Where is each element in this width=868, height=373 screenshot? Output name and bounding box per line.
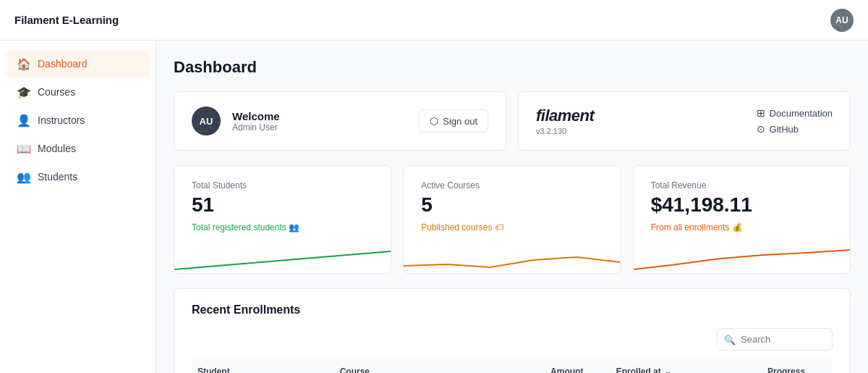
documentation-link[interactable]: ⊞ Documentation (757, 107, 833, 119)
top-header: Filament E-Learning AU (0, 0, 868, 41)
stat-label-courses: Active Courses (421, 180, 603, 190)
github-link[interactable]: ⊙ GitHub (757, 123, 833, 135)
filament-logo: filament (536, 106, 594, 125)
col-course: Course (334, 359, 545, 373)
stat-link-courses[interactable]: Published courses 🏷 (421, 222, 603, 232)
documentation-label: Documentation (770, 108, 833, 119)
filament-logo-area: filament v3.2.130 (536, 106, 594, 135)
col-student: Student (192, 359, 334, 373)
stat-chart-courses (404, 244, 620, 273)
stat-label-revenue: Total Revenue (651, 180, 833, 190)
welcome-text: Welcome Admin User (232, 110, 280, 133)
table-header-row: Student Course Amount Enrolled at ⌄ Prog… (192, 359, 833, 373)
stat-link-revenue[interactable]: From all enrollments 💰 (651, 222, 833, 232)
page-title: Dashboard (174, 58, 851, 77)
enrollments-table: Student Course Amount Enrolled at ⌄ Prog… (192, 359, 833, 373)
welcome-heading: Welcome (232, 110, 280, 122)
welcome-card: AU Welcome Admin User ⬡ Sign out (174, 91, 506, 151)
stats-row: Total Students 51 Total registered stude… (174, 165, 851, 274)
filament-links: ⊞ Documentation ⊙ GitHub (757, 107, 833, 135)
sidebar-item-dashboard[interactable]: 🏠 Dashboard (6, 50, 150, 77)
col-amount: Amount (545, 359, 610, 373)
sidebar-label-modules: Modules (38, 143, 76, 154)
sidebar-label-instructors: Instructors (38, 114, 85, 126)
filament-card: filament v3.2.130 ⊞ Documentation ⊙ GitH… (518, 91, 851, 151)
students-icon: 👥 (17, 170, 30, 183)
github-label: GitHub (770, 124, 799, 135)
sidebar-item-modules[interactable]: 📖 Modules (6, 135, 150, 162)
sign-out-label: Sign out (443, 116, 477, 127)
stat-value-students: 51 (192, 193, 373, 217)
stat-chart-students (174, 244, 391, 273)
stat-label-students: Total Students (192, 180, 373, 190)
welcome-subtext: Admin User (232, 122, 280, 133)
user-avatar-header[interactable]: AU (830, 9, 854, 32)
sign-out-button[interactable]: ⬡ Sign out (419, 109, 488, 133)
documentation-icon: ⊞ (757, 107, 765, 119)
search-bar: 🔍 (192, 328, 833, 351)
courses-icon: 🎓 (17, 85, 30, 99)
stat-card-revenue: Total Revenue $41,198.11 From all enroll… (633, 165, 851, 274)
sidebar-item-students[interactable]: 👥 Students (6, 163, 150, 190)
app-title: Filament E-Learning (14, 14, 119, 26)
stat-chart-revenue (634, 244, 850, 273)
search-input-wrap: 🔍 (717, 328, 833, 351)
sidebar-item-courses[interactable]: 🎓 Courses (6, 78, 150, 106)
stat-link-students[interactable]: Total registered students 👥 (192, 222, 373, 232)
modules-icon: 📖 (17, 142, 30, 155)
instructors-icon: 👤 (17, 114, 30, 127)
stat-value-courses: 5 (421, 193, 603, 217)
sort-icon: ⌄ (664, 366, 671, 373)
welcome-avatar: AU (192, 106, 221, 135)
stat-card-students: Total Students 51 Total registered stude… (174, 165, 391, 274)
stat-card-courses: Active Courses 5 Published courses 🏷 (403, 165, 621, 274)
github-icon: ⊙ (757, 123, 765, 135)
sidebar-label-dashboard: Dashboard (38, 58, 88, 70)
col-progress: Progress (762, 359, 833, 373)
enrollments-section: Recent Enrollments 🔍 Student Course Amou… (174, 288, 851, 373)
welcome-row: AU Welcome Admin User ⬡ Sign out filamen… (174, 91, 851, 151)
filament-version: v3.2.130 (536, 127, 594, 135)
sidebar-label-students: Students (38, 171, 77, 183)
main-content: Dashboard AU Welcome Admin User ⬡ Sign o… (156, 41, 868, 373)
sign-out-icon: ⬡ (430, 115, 438, 127)
col-enrolled-at[interactable]: Enrolled at ⌄ (610, 359, 762, 373)
main-layout: 🏠 Dashboard 🎓 Courses 👤 Instructors 📖 Mo… (0, 41, 868, 373)
sidebar-item-instructors[interactable]: 👤 Instructors (6, 106, 150, 134)
enrollments-title: Recent Enrollments (192, 303, 833, 317)
sidebar: 🏠 Dashboard 🎓 Courses 👤 Instructors 📖 Mo… (0, 41, 156, 373)
home-icon: 🏠 (17, 57, 30, 70)
sidebar-label-courses: Courses (38, 86, 75, 98)
search-icon: 🔍 (724, 334, 736, 345)
stat-value-revenue: $41,198.11 (651, 193, 833, 217)
table-header: Student Course Amount Enrolled at ⌄ Prog… (192, 359, 833, 373)
